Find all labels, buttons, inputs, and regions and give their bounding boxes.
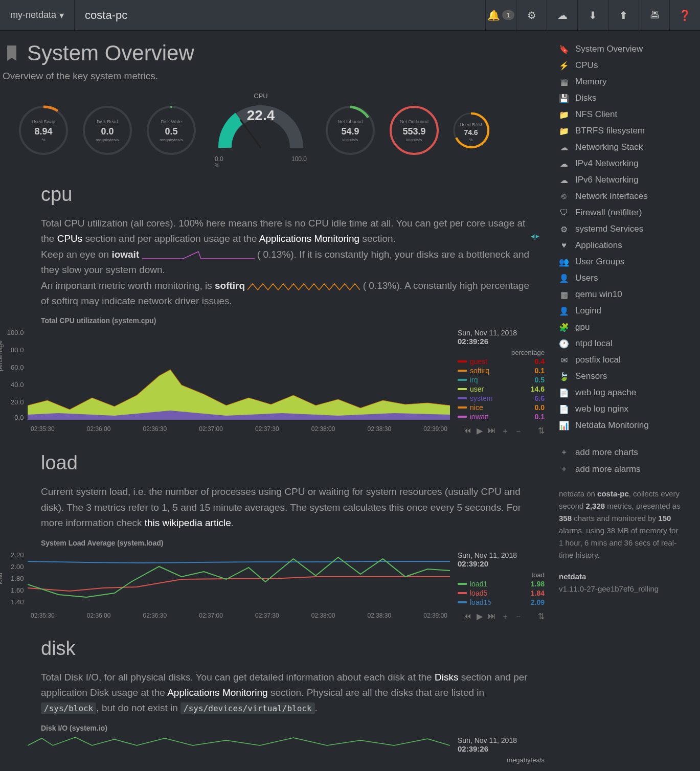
legend-item-softirq[interactable]: softirq0.1 xyxy=(458,367,545,375)
chart-back-icon[interactable]: ⏮ xyxy=(463,426,471,437)
chart-fwd-icon[interactable]: ⏭ xyxy=(488,611,496,622)
legend-item-load15[interactable]: load152.09 xyxy=(458,598,545,606)
apps-monitoring-link[interactable]: Applications Monitoring xyxy=(259,233,359,244)
sidebar-item-postfix-local[interactable]: ✉postfix local xyxy=(555,352,688,368)
chart-minus-icon[interactable]: － xyxy=(514,426,523,437)
sidebar-item-applications[interactable]: ♥Applications xyxy=(555,237,688,254)
chart-controls: ⏮ ▶ ⏭ ＋ － ⇅ xyxy=(458,426,545,437)
disks-link[interactable]: Disks xyxy=(435,672,458,683)
chart-resize-icon[interactable]: ⇅ xyxy=(538,426,545,437)
legend-item-system[interactable]: system6.6 xyxy=(458,394,545,402)
sidebar-item-web-log-nginx[interactable]: 📄web log nginx xyxy=(555,401,688,417)
brand-dropdown[interactable]: my-netdata ▾ xyxy=(0,0,75,31)
sidebar-item-gpu[interactable]: 🧩gpu xyxy=(555,319,688,335)
svg-text:1.60: 1.60 xyxy=(11,587,24,594)
sidebar-item-ipv6-networking[interactable]: ☁IPv6 Networking xyxy=(555,172,688,188)
chart-resize-icon[interactable]: ⇅ xyxy=(538,611,545,622)
sidebar-item-nfs-client[interactable]: 📁NFS Client xyxy=(555,106,688,123)
svg-text:2.00: 2.00 xyxy=(11,563,24,570)
chart-minus-icon[interactable]: － xyxy=(514,611,523,622)
sidebar-item-ipv4-networking[interactable]: ☁IPv4 Networking xyxy=(555,155,688,172)
wikipedia-link[interactable]: this wikipedia article xyxy=(145,517,231,528)
legend-item-irq[interactable]: irq0.5 xyxy=(458,376,545,384)
sidebar-item-netdata-monitoring[interactable]: 📊Netdata Monitoring xyxy=(555,417,688,434)
sidebar-item-sensors[interactable]: 🍃Sensors xyxy=(555,368,688,384)
legend-item-user[interactable]: user14.6 xyxy=(458,385,545,393)
sidebar-item-label: qemu win10 xyxy=(575,289,622,300)
sidebar-item-logind[interactable]: 👤Logind xyxy=(555,303,688,319)
settings-button[interactable]: ⚙ xyxy=(516,0,547,31)
sidebar-action-add-more-charts[interactable]: ＋add more charts xyxy=(555,444,688,461)
sidebar-footer: netdata on costa-pc, collects every seco… xyxy=(555,478,688,605)
load-chart[interactable]: System Load Average (system.load) load 2… xyxy=(3,539,545,622)
gauge-cpu[interactable]: CPU 22.4 0.0 100.0 % xyxy=(210,92,312,168)
chart-plus-icon[interactable]: ＋ xyxy=(501,426,509,437)
gauge-disk-read[interactable]: Disk Read 0.0 megabytes/s xyxy=(82,105,133,156)
gauge-net-in[interactable]: Net Inbound 54.9 kilobits/s xyxy=(325,105,376,156)
sidebar-item-network-interfaces[interactable]: ⎋Network Interfaces xyxy=(555,188,688,205)
svg-text:60.0: 60.0 xyxy=(11,365,24,371)
sidebar-item-label: IPv4 Networking xyxy=(575,158,639,169)
legend-item-load1[interactable]: load11.98 xyxy=(458,580,545,588)
plus-icon: ＋ xyxy=(559,464,569,474)
sidebar-item-firewall-netfilter-[interactable]: 🛡Firewall (netfilter) xyxy=(555,205,688,221)
sidebar-item-btrfs-filesystem[interactable]: 📁BTRFS filesystem xyxy=(555,123,688,139)
chart-back-icon[interactable]: ⏮ xyxy=(463,611,471,622)
gauge-disk-write[interactable]: Disk Write 0.5 megabytes/s xyxy=(146,105,197,156)
sidebar-item-networking-stack[interactable]: ☁Networking Stack xyxy=(555,139,688,155)
sidebar-item-web-log-apache[interactable]: 📄web log apache xyxy=(555,384,688,401)
alarms-button[interactable]: 🔔 1 xyxy=(485,0,516,31)
sidebar-item-cpus[interactable]: ⚡CPUs xyxy=(555,57,688,74)
legend-swatch xyxy=(458,416,467,418)
disk-heading: disk xyxy=(41,638,545,660)
legend-item-guest[interactable]: guest0.4 xyxy=(458,357,545,366)
sidebar-item--qemu-win10[interactable]: ▦ qemu win10 xyxy=(555,286,688,303)
sidebar-item-user-groups[interactable]: 👥User Groups xyxy=(555,254,688,270)
sidebar-item-label: postfix local xyxy=(575,355,621,365)
sidebar-item-label: Netdata Monitoring xyxy=(575,420,649,430)
legend-swatch xyxy=(458,406,467,409)
upload-button[interactable]: ⬆ xyxy=(608,0,639,31)
sidebar-item-disks[interactable]: 💾Disks xyxy=(555,90,688,106)
legend-item-iowait[interactable]: iowait0.1 xyxy=(458,413,545,421)
puzzle-icon: 🧩 xyxy=(559,323,569,332)
download-button[interactable]: ⬇ xyxy=(577,0,608,31)
alarm-badge: 1 xyxy=(502,10,514,20)
help-button[interactable]: ❓ xyxy=(669,0,700,31)
legend-item-nice[interactable]: nice0.0 xyxy=(458,403,545,412)
sidebar-item-ntpd-local[interactable]: 🕐ntpd local xyxy=(555,335,688,352)
main-content: System Overview Overview of the key syst… xyxy=(0,31,550,771)
gauge-net-out[interactable]: Net Outbound 553.9 kilobits/s xyxy=(389,105,440,156)
svg-text:1.40: 1.40 xyxy=(11,599,24,605)
sidebar-item-systemd-services[interactable]: ⚙systemd Services xyxy=(555,221,688,237)
svg-text:1.80: 1.80 xyxy=(11,575,24,582)
host-name[interactable]: costa-pc xyxy=(75,9,138,22)
legend-item-load5[interactable]: load51.84 xyxy=(458,589,545,597)
sidebar-item-users[interactable]: 👤Users xyxy=(555,270,688,286)
cloud-button[interactable]: ☁ xyxy=(547,0,577,31)
cpu-chart[interactable]: Total CPU utilization (system.cpu) perce… xyxy=(3,316,545,437)
sidebar-item-label: Firewall (netfilter) xyxy=(575,208,642,218)
print-button[interactable]: 🖶 xyxy=(639,0,669,31)
cpus-link[interactable]: CPUs xyxy=(57,233,83,244)
apps-monitoring-disk-link[interactable]: Applications Monitoring xyxy=(167,687,267,698)
legend-swatch xyxy=(458,583,467,585)
sidebar-action-add-more-alarms[interactable]: ＋add more alarms xyxy=(555,461,688,478)
chart-play-icon[interactable]: ▶ xyxy=(477,611,483,622)
sidebar-item-label: Sensors xyxy=(575,371,607,381)
sidebar-item-system-overview[interactable]: 🔖System Overview xyxy=(555,41,688,57)
chart-fwd-icon[interactable]: ⏭ xyxy=(488,426,496,437)
chart-nav-icon[interactable]: ◂|▸ xyxy=(531,231,539,242)
chart-play-icon[interactable]: ▶ xyxy=(477,426,483,437)
sidebar-item-label: Memory xyxy=(575,77,606,87)
gear-icon: ⚙ xyxy=(527,9,536,21)
sidebar-item-memory[interactable]: ▦Memory xyxy=(555,74,688,90)
user-icon: 👤 xyxy=(559,274,569,283)
page-subtitle: Overview of the key system metrics. xyxy=(3,71,545,82)
disk-chart[interactable]: Disk I/O (system.io) Sun, Nov 11, 2018 0… xyxy=(3,724,545,764)
chart-plus-icon[interactable]: ＋ xyxy=(501,611,509,622)
sitemap-icon: ⎋ xyxy=(559,192,569,201)
hdd-icon: 💾 xyxy=(559,94,569,103)
gauge-swap[interactable]: Used Swap 8.94 % xyxy=(18,105,69,156)
gauge-ram[interactable]: Used RAM 74.6 % xyxy=(453,112,489,149)
